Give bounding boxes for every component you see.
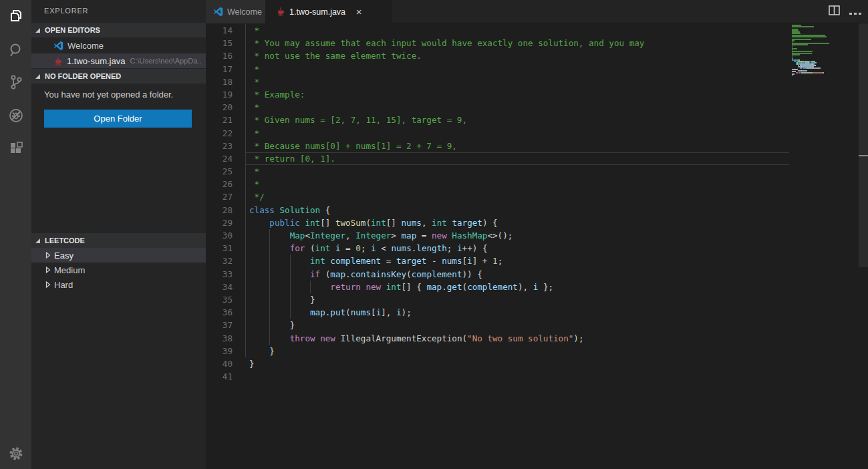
chevron-right-icon (45, 267, 51, 273)
code-line[interactable]: int complement = target - nums[i] + 1; (249, 255, 790, 267)
line-number[interactable]: 28 (206, 204, 233, 216)
line-number[interactable]: 16 (206, 49, 233, 62)
chevron-right-icon (45, 281, 51, 288)
line-number[interactable]: 36 (206, 306, 233, 319)
file-path-detail: C:\Users\neo\AppDa.. (130, 57, 201, 65)
line-number[interactable]: 40 (206, 357, 233, 370)
code-line[interactable]: * (249, 63, 790, 75)
line-number[interactable]: 22 (206, 127, 233, 140)
line-number[interactable]: 37 (206, 319, 233, 331)
code-line[interactable]: * You may assume that each input would h… (249, 37, 790, 49)
indent-guide (269, 255, 270, 267)
code-line[interactable]: * Given nums = [2, 7, 11, 15], target = … (249, 114, 790, 126)
explorer-sidebar: EXPLORER OPEN EDITORS Welcome 1.two-sum.… (31, 0, 206, 469)
code-line[interactable]: * Example: (249, 88, 790, 101)
section-leetcode[interactable]: LEETCODE (31, 233, 206, 248)
line-number[interactable]: 29 (206, 216, 233, 229)
code-line[interactable]: * (249, 75, 790, 88)
no-folder-message: You have not yet opened a folder. (44, 90, 173, 100)
line-number[interactable]: 21 (206, 114, 233, 126)
line-number[interactable]: 14 (206, 24, 233, 37)
minimap[interactable] (790, 25, 859, 466)
split-editor-icon[interactable] (829, 5, 840, 18)
line-number[interactable]: 34 (206, 281, 233, 293)
code-line[interactable]: } (249, 345, 790, 357)
code-line[interactable]: Map<Integer, Integer> map = new HashMap<… (249, 229, 790, 242)
line-number[interactable]: 27 (206, 190, 233, 203)
line-number[interactable]: 31 (206, 242, 233, 255)
leetcode-item-medium[interactable]: Medium (31, 263, 206, 277)
code-line[interactable]: } (249, 319, 790, 331)
code-line[interactable]: * return [0, 1]. (249, 152, 790, 165)
line-number-gutter[interactable]: 1415161718192021222324252627282930313233… (206, 24, 233, 383)
indent-guide (269, 306, 270, 319)
leetcode-item-easy[interactable]: Easy (31, 248, 206, 263)
section-open-editors[interactable]: OPEN EDITORS (31, 23, 206, 37)
open-folder-button[interactable]: Open Folder (44, 110, 192, 128)
indent-guide (290, 281, 291, 293)
code-line[interactable]: for (int i = 0; i < nums.length; i++) { (249, 242, 790, 255)
code-line[interactable]: } (249, 357, 790, 370)
code-line[interactable]: * not use the same element twice. (249, 49, 790, 62)
vertical-scrollbar[interactable] (859, 23, 868, 469)
line-number[interactable]: 19 (206, 88, 233, 101)
more-actions-icon[interactable] (849, 6, 861, 18)
tab-welcome[interactable]: Welcome (206, 0, 265, 23)
source-control-icon[interactable] (0, 66, 31, 98)
code-line[interactable]: * (249, 127, 790, 140)
indent-guide (245, 24, 246, 357)
code-content[interactable]: * * You may assume that each input would… (249, 24, 790, 383)
code-line[interactable]: * (249, 178, 790, 190)
section-no-folder-opened[interactable]: NO FOLDER OPENED (31, 69, 206, 84)
java-logo-icon (53, 56, 63, 66)
search-icon[interactable] (0, 34, 31, 66)
code-line[interactable]: * (249, 101, 790, 114)
activity-bar (0, 0, 31, 469)
indent-guide (269, 281, 270, 293)
leetcode-item-hard[interactable]: Hard (31, 277, 206, 292)
line-number[interactable]: 20 (206, 101, 233, 114)
line-number[interactable]: 26 (206, 178, 233, 190)
code-line[interactable]: * Because nums[0] + nums[1] = 2 + 7 = 9, (249, 140, 790, 152)
code-line[interactable] (249, 370, 790, 383)
extensions-icon[interactable] (0, 133, 31, 165)
line-number[interactable]: 15 (206, 37, 233, 49)
line-number[interactable]: 24 (206, 152, 233, 165)
code-line[interactable]: class Solution { (249, 204, 790, 216)
line-number[interactable]: 17 (206, 63, 233, 75)
code-line[interactable]: * (249, 165, 790, 178)
open-editor-item-two-sum[interactable]: 1.two-sum.java C:\Users\neo\AppDa.. (31, 53, 206, 68)
indent-guide (290, 268, 291, 281)
indent-guide (290, 255, 291, 267)
line-number[interactable]: 35 (206, 293, 233, 306)
tab-two-sum-java[interactable]: 1.two-sum.java × (265, 0, 392, 23)
open-editor-item-welcome[interactable]: Welcome (31, 38, 206, 53)
code-editor[interactable]: 1415161718192021222324252627282930313233… (206, 23, 868, 469)
code-line[interactable]: */ (249, 190, 790, 203)
line-number[interactable]: 41 (206, 370, 233, 383)
indent-guide (269, 293, 270, 306)
line-number[interactable]: 39 (206, 345, 233, 357)
code-line[interactable]: } (249, 293, 790, 306)
line-number[interactable]: 25 (206, 165, 233, 178)
line-number[interactable]: 32 (206, 255, 233, 267)
line-number[interactable]: 18 (206, 75, 233, 88)
code-line[interactable]: if (map.containsKey(complement)) { (249, 268, 790, 281)
debug-icon[interactable] (0, 100, 31, 132)
vscode-logo-icon (213, 7, 223, 17)
code-line[interactable]: throw new IllegalArgumentException("No t… (249, 332, 790, 345)
line-number[interactable]: 30 (206, 229, 233, 242)
close-tab-icon[interactable]: × (353, 6, 364, 17)
line-number[interactable]: 23 (206, 140, 233, 152)
settings-gear-icon[interactable] (0, 438, 31, 469)
indent-guide (269, 229, 270, 242)
explorer-icon[interactable] (0, 1, 31, 33)
scrollbar-thumb[interactable] (859, 23, 868, 267)
line-number[interactable]: 33 (206, 268, 233, 281)
code-line[interactable]: * (249, 24, 790, 37)
code-line[interactable]: public int[] twoSum(int[] nums, int targ… (249, 216, 790, 229)
line-number[interactable]: 38 (206, 332, 233, 345)
code-line[interactable]: map.put(nums[i], i); (249, 306, 790, 319)
code-line[interactable]: return new int[] { map.get(complement), … (249, 281, 790, 293)
tab-bar: Welcome 1.two-sum.java × (206, 0, 868, 23)
